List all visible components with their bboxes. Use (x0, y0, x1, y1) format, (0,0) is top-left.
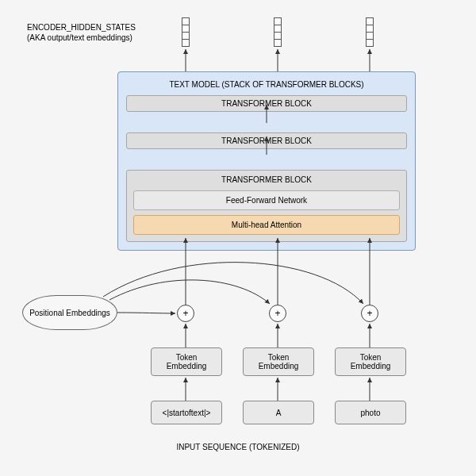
token-2: photo (335, 401, 406, 424)
token-1: A (243, 401, 314, 424)
transformer-block-mid: TRANSFORMER BLOCK (126, 132, 407, 149)
transformer-block-top: TRANSFORMER BLOCK (126, 95, 407, 112)
text-model: TEXT MODEL (STACK OF TRANSFORMER BLOCKS)… (117, 71, 416, 251)
transformer-block-expanded-title: TRANSFORMER BLOCK (133, 175, 400, 184)
output-embedding-2 (366, 17, 374, 47)
multi-head-attention: Multi-head Attention (133, 215, 400, 235)
feed-forward-network: Feed-Forward Network (133, 190, 400, 210)
token-0: <|startoftext|> (151, 401, 222, 424)
add-node-1: + (269, 305, 286, 322)
add-node-2: + (361, 305, 378, 322)
token-embedding-2: Token Embedding (335, 347, 406, 376)
text-model-title: TEXT MODEL (STACK OF TRANSFORMER BLOCKS) (126, 80, 407, 89)
token-embedding-1: Token Embedding (243, 347, 314, 376)
transformer-block-expanded: TRANSFORMER BLOCK Feed-Forward Network M… (126, 170, 407, 242)
input-sequence-label: INPUT SEQUENCE (TOKENIZED) (0, 443, 476, 451)
add-node-0: + (177, 305, 194, 322)
output-embedding-1 (274, 17, 282, 47)
encoder-title: ENCODER_HIDDEN_STATES (27, 22, 136, 33)
encoder-subtitle: (AKA output/text embeddings) (27, 33, 136, 43)
output-embedding-0 (182, 17, 190, 47)
positional-embeddings: Positional Embeddings (22, 295, 117, 330)
token-embedding-0: Token Embedding (151, 347, 222, 376)
